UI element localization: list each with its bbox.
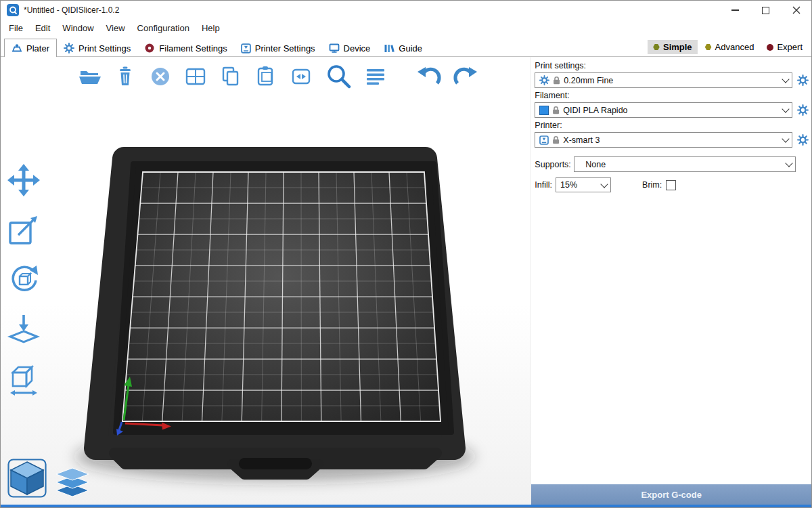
expert-mode-dot-icon — [767, 44, 773, 51]
main-area: Print settings: 0.20mm Fine Filament: QI… — [1, 57, 811, 505]
tab-label: Plater — [26, 43, 49, 54]
delete-icon — [112, 64, 138, 89]
export-gcode-button[interactable]: Export G-code — [531, 484, 811, 505]
tab-print-settings[interactable]: Print Settings — [57, 40, 137, 56]
menu-help[interactable]: Help — [196, 20, 226, 37]
printer-icon — [539, 135, 549, 145]
tab-label: Printer Settings — [255, 43, 315, 54]
minimize-button[interactable] — [720, 1, 750, 20]
scale-icon — [6, 212, 41, 247]
tab-label: Print Settings — [78, 43, 131, 54]
gizmo-toolbar — [5, 161, 43, 397]
search-button[interactable] — [323, 61, 354, 92]
menu-view[interactable]: View — [100, 20, 131, 37]
scale-tool-button[interactable] — [5, 211, 43, 249]
lock-icon — [552, 106, 560, 114]
print-settings-combo[interactable]: 0.20mm Fine — [535, 72, 792, 88]
close-button[interactable] — [781, 1, 811, 20]
variable-layer-icon — [363, 64, 388, 89]
infill-value: 15% — [560, 180, 577, 190]
place-on-face-tool-button[interactable] — [5, 310, 43, 347]
arrange-button[interactable] — [182, 63, 209, 90]
variable-layer-height-button[interactable] — [362, 63, 389, 90]
arrange-icon — [183, 64, 208, 89]
menu-edit[interactable]: Edit — [29, 20, 56, 37]
print-settings-value: 0.20mm Fine — [564, 76, 613, 85]
printer-label: Printer: — [535, 121, 809, 130]
chevron-down-icon — [785, 159, 792, 167]
rotate-tool-button[interactable] — [5, 260, 43, 298]
open-project-button[interactable] — [76, 63, 104, 90]
delete-all-button[interactable] — [147, 63, 174, 90]
mode-simple[interactable]: Simple — [648, 40, 698, 54]
plater-icon — [12, 43, 22, 54]
tab-guide[interactable]: Guide — [377, 40, 429, 56]
filament-gear-button[interactable] — [796, 104, 809, 117]
rotate-icon — [6, 261, 41, 297]
mode-expert[interactable]: Expert — [761, 40, 808, 54]
print-settings-gear-button[interactable] — [796, 75, 809, 87]
filament-value: QIDI PLA Rapido — [563, 106, 627, 115]
tabbar: Plater Print Settings Filament Settings … — [1, 37, 811, 57]
brim-checkbox[interactable] — [666, 180, 676, 190]
gear-icon — [797, 134, 809, 146]
infill-combo[interactable]: 15% — [556, 177, 611, 192]
tab-filament-settings[interactable]: Filament Settings — [137, 40, 233, 56]
tab-device[interactable]: Device — [322, 40, 378, 56]
printer-combo[interactable]: X-smart 3 — [535, 132, 792, 148]
chevron-down-icon — [782, 135, 789, 142]
viewport-toolbar — [76, 61, 478, 92]
move-tool-button[interactable] — [5, 161, 43, 199]
settings-sidebar: Print settings: 0.20mm Fine Filament: QI… — [531, 57, 811, 505]
minimize-icon — [731, 9, 739, 11]
filament-combo[interactable]: QIDI PLA Rapido — [535, 102, 792, 118]
gear-icon — [539, 75, 549, 85]
menu-configuration[interactable]: Configuration — [131, 20, 196, 37]
app-window: *Untitled - QIDISlicer-1.0.2 File Edit W… — [0, 0, 812, 508]
combo-arrow — [783, 157, 795, 171]
undo-button[interactable] — [416, 63, 443, 90]
copy-button[interactable] — [217, 63, 244, 90]
tab-label: Guide — [399, 43, 422, 54]
filament-label: Filament: — [535, 91, 809, 100]
view-3d-button[interactable] — [7, 459, 47, 498]
delete-all-icon — [148, 64, 173, 89]
viewport-3d-canvas[interactable] — [1, 57, 531, 505]
paste-button[interactable] — [252, 63, 279, 90]
lock-icon — [553, 76, 560, 85]
supports-combo[interactable]: None — [574, 156, 796, 172]
tab-label: Filament Settings — [159, 43, 227, 54]
export-gcode-label: Export G-code — [641, 490, 702, 500]
combo-arrow — [780, 133, 792, 147]
redo-icon — [451, 64, 478, 89]
titlebar: *Untitled - QIDISlicer-1.0.2 — [1, 1, 811, 20]
simple-mode-dot-icon — [653, 44, 660, 51]
view-layers-button[interactable] — [55, 467, 90, 498]
delete-button[interactable] — [112, 63, 139, 90]
maximize-button[interactable] — [750, 1, 781, 20]
window-title: *Untitled - QIDISlicer-1.0.2 — [24, 5, 119, 15]
mode-advanced[interactable]: Advanced — [700, 40, 760, 54]
gear-icon — [797, 75, 809, 86]
printer-gear-button[interactable] — [796, 134, 809, 146]
maximize-icon — [762, 7, 769, 14]
move-icon — [6, 163, 41, 198]
infill-label: Infill: — [535, 180, 552, 190]
gear-icon — [797, 104, 809, 116]
close-icon — [792, 6, 800, 14]
mode-label: Advanced — [715, 42, 754, 52]
measure-icon — [6, 360, 41, 396]
split-objects-button[interactable] — [288, 63, 315, 90]
measure-tool-button[interactable] — [5, 359, 43, 397]
tab-plater[interactable]: Plater — [4, 39, 57, 57]
device-monitor-icon — [329, 43, 340, 54]
redo-button[interactable] — [451, 63, 478, 90]
tab-printer-settings[interactable]: Printer Settings — [234, 40, 322, 56]
chevron-down-icon — [782, 105, 789, 112]
menu-file[interactable]: File — [3, 20, 29, 37]
combo-arrow — [598, 178, 610, 192]
undo-icon — [416, 64, 443, 89]
combo-arrow — [780, 73, 792, 87]
mode-label: Expert — [777, 42, 803, 52]
menu-window[interactable]: Window — [56, 20, 99, 37]
